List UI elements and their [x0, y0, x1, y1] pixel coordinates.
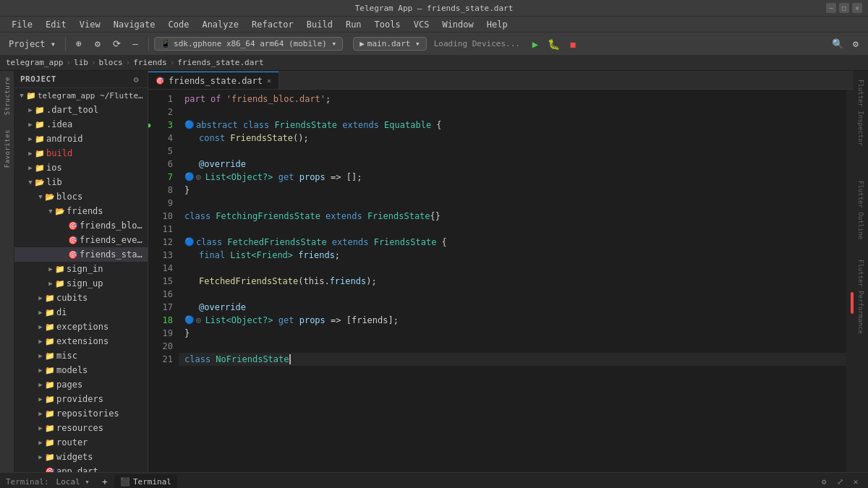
code-line-5 [179, 145, 846, 158]
project-dropdown[interactable]: Project ▾ [4, 38, 60, 51]
device-selector[interactable]: 📱 sdk.gphone x86_64 arm64 (mobile) ▾ [154, 37, 343, 51]
tab-close-button[interactable]: ✕ [267, 77, 271, 85]
tree-item-friends-bloc[interactable]: ▶ 🎯 friends_bloc.dart [14, 218, 148, 233]
menu-build[interactable]: Build [301, 18, 339, 31]
terminal-label: Terminal [133, 477, 171, 487]
menu-file[interactable]: File [6, 18, 38, 31]
tree-arrow-sign-up: ▶ [46, 279, 55, 288]
terminal-settings-button[interactable]: ⚙ [817, 476, 830, 489]
flutter-outline-label[interactable]: Flutter Outline [856, 179, 866, 241]
line-20: 20 [148, 340, 173, 353]
terminal-close-button[interactable]: ✕ [849, 476, 862, 489]
tree-item-blocs[interactable]: ▼ 📂 blocs [14, 189, 148, 204]
breadcrumb-blocs[interactable]: blocs [99, 58, 123, 67]
tree-item-lib[interactable]: ▼ 📂 lib [14, 175, 148, 189]
flutter-inspector-label[interactable]: Flutter Inspector [856, 78, 866, 147]
tree-label-lib: lib [46, 177, 62, 187]
tree-item-cubits[interactable]: ▶ 📁 cubits [14, 291, 148, 305]
stop-button[interactable]: ◼ [565, 36, 581, 52]
tree-item-models[interactable]: ▶ 📁 models [14, 363, 148, 377]
toolbar-minus-button[interactable]: — [127, 36, 143, 52]
tree-arrow-cubits: ▶ [36, 294, 45, 302]
tree-gear-button[interactable]: ⚙ [130, 74, 142, 85]
code-line-17: @override [179, 301, 846, 314]
resource-favorites[interactable]: Favorites [4, 129, 11, 168]
menu-view[interactable]: View [74, 18, 106, 31]
code-editor[interactable]: 1 2 3 ● 4 5 6 7 8 9 10 11 12 13 14 15 16… [148, 90, 854, 472]
tree-label-models: models [56, 365, 88, 375]
breadcrumb-friends-state[interactable]: friends_state.dart [177, 58, 263, 67]
menu-tools[interactable]: Tools [369, 18, 407, 31]
tree-item-router[interactable]: ▶ 📁 router [14, 435, 148, 450]
title-bar: Telegram App – friends_state.dart — □ ✕ [0, 0, 868, 16]
tree-item-misc[interactable]: ▶ 📁 misc [14, 348, 148, 363]
tree-item-friends[interactable]: ▼ 📂 friends [14, 204, 148, 218]
device-label: sdk.gphone x86_64 arm64 (mobile) ▾ [174, 39, 336, 48]
terminal-maximize-button[interactable]: ⤢ [833, 476, 846, 489]
tree-item-build[interactable]: ▶ 📁 build [14, 146, 148, 160]
menu-navigate[interactable]: Navigate [108, 18, 161, 31]
close-button[interactable]: ✕ [852, 3, 862, 13]
tree-item-providers[interactable]: ▶ 📁 providers [14, 392, 148, 406]
tree-arrow-pages: ▶ [36, 380, 45, 389]
debug-button[interactable]: 🐛 [546, 36, 562, 52]
tab-terminal[interactable]: ⬛ Terminal [114, 474, 177, 489]
flutter-performance-label[interactable]: Flutter Performance [856, 258, 866, 335]
tree-arrow-widgets: ▶ [36, 453, 45, 461]
toolbar-settings-button[interactable]: ⚙ [90, 36, 106, 52]
toolbar-add-button[interactable]: ⊕ [71, 36, 87, 52]
tree-item-idea[interactable]: ▶ 📁 .idea [14, 117, 148, 132]
toolbar-right-actions: 🔍 ⚙ [830, 36, 864, 52]
toolbar-sync-button[interactable]: ⟳ [109, 36, 124, 52]
menu-vcs[interactable]: VCS [408, 18, 435, 31]
code-content[interactable]: part of 'friends_bloc.dart'; 🔵 abstract … [179, 90, 846, 472]
menu-edit[interactable]: Edit [40, 18, 72, 31]
folder-exceptions-icon: 📁 [45, 322, 55, 332]
run-button[interactable]: ▶ [527, 36, 543, 52]
tree-root[interactable]: ▼ 📁 telegram_app ~/FlutterProjects/teleg… [14, 88, 148, 103]
breadcrumb-friends[interactable]: friends [133, 58, 166, 67]
toolbar-settings-right[interactable]: ⚙ [848, 36, 864, 52]
folder-android-icon: 📁 [35, 134, 45, 144]
tree-item-repositories[interactable]: ▶ 📁 repositories [14, 406, 148, 421]
resource-structure[interactable]: Structure [4, 77, 11, 115]
menu-code[interactable]: Code [163, 18, 195, 31]
tree-item-app-dart[interactable]: ▶ 🎯 app.dart [14, 464, 148, 472]
terminal-add-button[interactable]: + [98, 476, 111, 489]
tree-arrow-extensions: ▶ [36, 337, 45, 346]
tree-item-di[interactable]: ▶ 📁 di [14, 305, 148, 320]
menu-refactor[interactable]: Refactor [246, 18, 299, 31]
tree-item-friends-state[interactable]: ▶ 🎯 friends_state.dart [14, 247, 148, 262]
code-line-11 [179, 223, 846, 236]
line-numbers: 1 2 3 ● 4 5 6 7 8 9 10 11 12 13 14 15 16… [148, 90, 179, 472]
tree-item-ios[interactable]: ▶ 📁 ios [14, 160, 148, 175]
tree-item-sign-in[interactable]: ▶ 📁 sign_in [14, 262, 148, 276]
folder-widgets-icon: 📁 [45, 452, 55, 462]
dart-icon-friends-event: 🎯 [68, 235, 78, 245]
menu-analyze[interactable]: Analyze [196, 18, 244, 31]
tree-item-dart-tool[interactable]: ▶ 📁 .dart_tool [14, 103, 148, 117]
tree-label-friends-state: friends_state.dart [80, 249, 145, 260]
menu-run[interactable]: Run [340, 18, 367, 31]
tree-arrow-android: ▶ [26, 134, 35, 143]
menu-help[interactable]: Help [481, 18, 514, 31]
menu-window[interactable]: Window [436, 18, 479, 31]
breadcrumb-lib[interactable]: lib [74, 58, 88, 67]
tree-item-resources[interactable]: ▶ 📁 resources [14, 421, 148, 435]
tree-item-extensions[interactable]: ▶ 📁 extensions [14, 334, 148, 348]
breadcrumb-telegram-app[interactable]: telegram_app [6, 58, 63, 67]
maximize-button[interactable]: □ [839, 3, 849, 13]
main-file-selector[interactable]: ▶ main.dart ▾ [353, 37, 426, 51]
tree-arrow-repositories: ▶ [36, 409, 45, 418]
minimize-button[interactable]: — [826, 3, 836, 13]
tree-item-android[interactable]: ▶ 📁 android [14, 132, 148, 146]
tab-friends-state[interactable]: 🎯 friends_state.dart ✕ [148, 72, 279, 89]
folder-router-icon: 📁 [45, 437, 55, 448]
tree-item-exceptions[interactable]: ▶ 📁 exceptions [14, 320, 148, 334]
toolbar-search-button[interactable]: 🔍 [830, 36, 846, 52]
tree-item-widgets[interactable]: ▶ 📁 widgets [14, 450, 148, 464]
tree-item-friends-event[interactable]: ▶ 🎯 friends_event.dart [14, 233, 148, 247]
tree-item-sign-up[interactable]: ▶ 📁 sign_up [14, 276, 148, 291]
tree-item-pages[interactable]: ▶ 📁 pages [14, 377, 148, 392]
terminal-icon: ⬛ [120, 477, 130, 487]
